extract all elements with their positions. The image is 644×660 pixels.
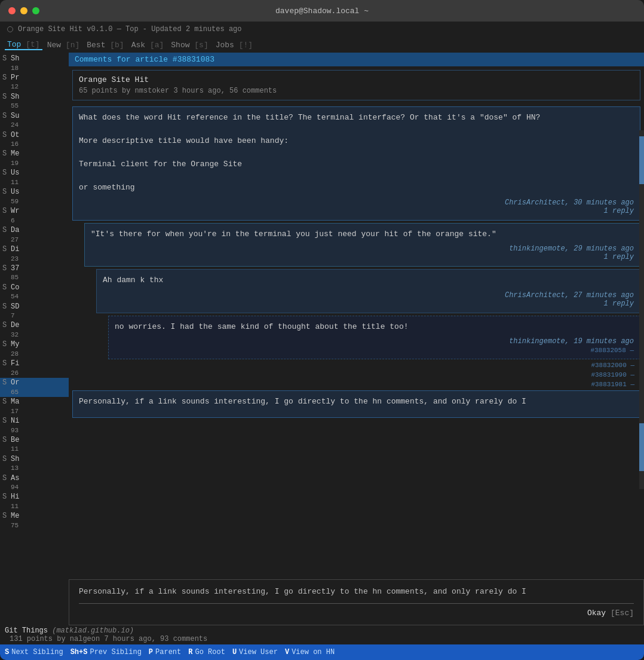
comments-header: Comments for article #38831083 xyxy=(69,53,644,66)
list-item[interactable]: S Me19 xyxy=(0,149,69,168)
list-item-selected[interactable]: S Or65 xyxy=(0,378,69,397)
nav-show[interactable]: Show [s] xyxy=(168,41,210,50)
sidebar-footer: Git Things (matklad.github.io) 131 point… xyxy=(0,625,644,644)
scrollbar-track xyxy=(639,130,644,489)
action-prev-sibling: Prev Sibling xyxy=(90,648,141,656)
list-item[interactable]: S Fi26 xyxy=(0,359,69,378)
comment-id-marker: #38831990 — xyxy=(84,371,640,378)
list-item[interactable]: S Me75 xyxy=(0,511,69,530)
list-item[interactable]: S Su24 xyxy=(0,111,69,130)
list-item[interactable]: S 3785 xyxy=(0,264,69,283)
status-bar: Orange Site Hit v0.1.0 — Top - Updated 2… xyxy=(0,22,644,37)
key-u: U xyxy=(232,648,237,656)
list-item[interactable]: S Sh13 xyxy=(0,454,69,473)
comment-text: "It's there for when you're in the termi… xyxy=(91,228,634,240)
action-view-on-hn: View on HN xyxy=(292,648,335,656)
modal-dialog: Personally, if a link sounds interesting… xyxy=(69,579,644,625)
modal-okay: Okay [Esc] xyxy=(79,609,634,618)
nav-jobs[interactable]: Jobs [!] xyxy=(213,41,255,50)
maximize-button[interactable] xyxy=(32,7,39,14)
main-content: Orange Site Hit v0.1.0 — Top - Updated 2… xyxy=(0,22,644,660)
scrollbar-thumb[interactable] xyxy=(639,136,644,184)
comment-box-active: no worries. I had the same kind of thoug… xyxy=(108,316,640,360)
article-title: Orange Site Hit xyxy=(79,75,634,84)
esc-hint: [ xyxy=(611,609,615,618)
key-s: S xyxy=(5,648,9,656)
nav-best[interactable]: Best [b] xyxy=(84,41,126,50)
comment-text: no worries. I had the same kind of thoug… xyxy=(115,321,634,333)
terminal-window: davep@Shadow.local ~ Orange Site Hit v0.… xyxy=(0,0,644,660)
action-parent: Parent xyxy=(155,648,181,656)
footer-domain: (matklad.github.io) xyxy=(52,627,134,635)
comments-scroll: What does the word Hit reference in the … xyxy=(69,104,644,625)
key-r: R xyxy=(188,648,192,656)
list-item[interactable]: S Da27 xyxy=(0,225,69,245)
list-item[interactable]: S Hi11 xyxy=(0,492,69,511)
list-item[interactable]: S Ot16 xyxy=(0,130,69,149)
comment-id-marker: #38831981 — xyxy=(72,381,640,388)
comment-id: #38832058 — xyxy=(115,347,634,354)
action-view-user: View User xyxy=(239,648,278,656)
article-meta: 65 points by nmstoker 3 hours ago, 56 co… xyxy=(79,87,634,95)
key-p: P xyxy=(149,648,153,656)
list-item[interactable]: S Di23 xyxy=(0,245,69,264)
modal-text: Personally, if a link sounds interesting… xyxy=(79,587,634,596)
title-bar: davep@Shadow.local ~ xyxy=(0,0,644,22)
comment-meta: thinkingemote, 29 minutes ago 1 reply xyxy=(91,245,634,261)
nav-ask[interactable]: Ask [a] xyxy=(129,41,167,50)
list-item[interactable]: S As94 xyxy=(0,473,69,493)
list-item[interactable]: S De32 xyxy=(0,320,69,340)
sidebar: S Sh18 S Pr12 S Sh55 S Su24 S Ot16 xyxy=(0,53,69,625)
list-item[interactable]: S Pr12 xyxy=(0,73,69,92)
nav-bar: Top [t] New [n] Best [b] Ask [a] Show [s… xyxy=(0,37,644,53)
list-item[interactable]: S Ni93 xyxy=(0,416,69,435)
key-sh-s: Sh+S xyxy=(70,648,88,656)
key-v: V xyxy=(285,648,289,656)
list-item[interactable]: S Sh18 xyxy=(0,54,69,73)
comment-meta: ChrisArchitect, 27 minutes ago 1 reply xyxy=(103,291,634,308)
comment-text: What does the word Hit reference in the … xyxy=(79,112,634,194)
body-area: S Sh18 S Pr12 S Sh55 S Su24 S Ot16 xyxy=(0,53,644,625)
footer-meta: 131 points by nalgeon 7 hours ago, 93 co… xyxy=(5,635,207,643)
window-title: davep@Shadow.local ~ xyxy=(275,7,369,16)
comment-box: Ah damn k thx ChrisArchitect, 27 minutes… xyxy=(96,269,640,313)
traffic-lights xyxy=(8,7,39,14)
list-item[interactable]: S Ma17 xyxy=(0,397,69,416)
partial-comment: Personally, if a link sounds interesting… xyxy=(72,390,640,418)
list-item[interactable]: S SD7 xyxy=(0,302,69,321)
comment-box: What does the word Hit reference in the … xyxy=(72,106,640,221)
modal-divider xyxy=(79,603,634,604)
list-item[interactable]: S Sh55 xyxy=(0,92,69,111)
comment-id-marker: #38832000 — xyxy=(96,362,640,369)
comment-meta: ChrisArchitect, 30 minutes ago 1 reply xyxy=(79,198,634,215)
footer-title: Git Things xyxy=(5,627,48,635)
list-item[interactable]: S Wr6 xyxy=(0,206,69,225)
action-next-sibling: Next Sibling xyxy=(11,648,63,656)
nav-top[interactable]: Top [t] xyxy=(5,40,42,50)
list-item[interactable]: S My28 xyxy=(0,340,69,359)
comment-box: "It's there for when you're in the termi… xyxy=(84,223,640,267)
list-item[interactable]: S Co54 xyxy=(0,283,69,302)
minimize-button[interactable] xyxy=(20,7,27,14)
comment-meta: thinkingemote, 19 minutes ago xyxy=(115,337,634,346)
list-item[interactable]: S Be11 xyxy=(0,435,69,454)
action-go-root: Go Root xyxy=(195,648,225,656)
comment-text: Ah damn k thx xyxy=(103,274,634,286)
article-box: Orange Site Hit 65 points by nmstoker 3 … xyxy=(72,70,640,100)
partial-comment-text: Personally, if a link sounds interesting… xyxy=(79,396,634,408)
status-indicator xyxy=(7,26,13,32)
list-item[interactable]: S Us11 xyxy=(0,168,69,187)
app-name: Orange Site Hit v0.1.0 — Top - Updated 2… xyxy=(18,25,242,33)
nav-new[interactable]: New [n] xyxy=(45,41,82,50)
content-area: Comments for article #38831083 Orange Si… xyxy=(69,53,644,625)
bottom-bar: S Next Sibling Sh+S Prev Sibling P Paren… xyxy=(0,644,644,660)
close-button[interactable] xyxy=(8,7,16,14)
scrollbar-thumb-2[interactable] xyxy=(639,423,644,471)
list-item[interactable]: S Us59 xyxy=(0,187,69,206)
